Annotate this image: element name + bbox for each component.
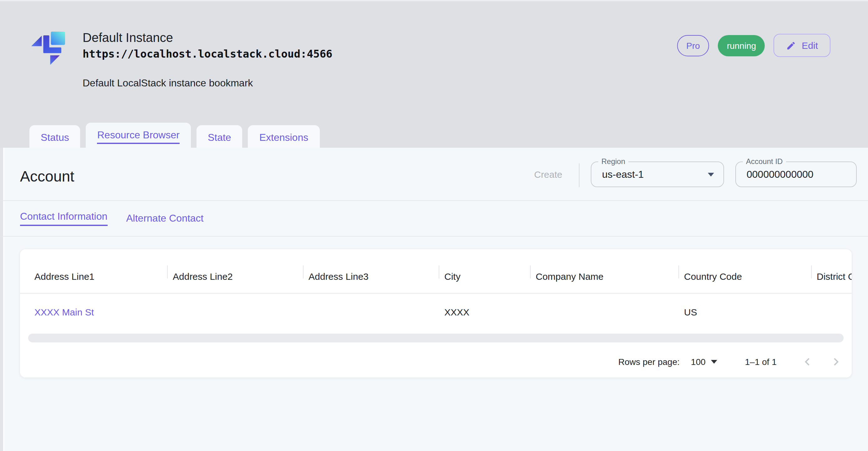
- data-table-card: Address Line1 Address Line2 Address Line…: [20, 248, 852, 378]
- next-page-button[interactable]: [826, 351, 847, 372]
- cell-city: XXXX: [439, 294, 530, 330]
- instance-title: Default Instance: [83, 30, 332, 45]
- pagination-bar: Rows per page: 100 1–1 of 1: [20, 345, 852, 378]
- rows-per-page-value: 100: [691, 357, 706, 366]
- region-select[interactable]: Region us-east-1: [591, 161, 724, 187]
- resource-toolbar: Account Create Region us-east-1 Account …: [0, 148, 868, 201]
- cell-address-line1-link[interactable]: XXXX Main St: [34, 306, 94, 317]
- pagination-range-label: 1–1 of 1: [745, 357, 777, 366]
- region-select-label: Region: [598, 157, 628, 167]
- tab-extensions[interactable]: Extensions: [248, 125, 320, 150]
- table-header-row: Address Line1 Address Line2 Address Line…: [20, 249, 852, 294]
- horizontal-scrollbar[interactable]: [28, 334, 844, 342]
- tab-resource-browser-label: Resource Browser: [97, 129, 180, 144]
- cell-company-name: [530, 294, 678, 330]
- edit-button[interactable]: Edit: [774, 34, 831, 57]
- tab-state-label: State: [208, 132, 231, 143]
- resource-subtabs: Contact Information Alternate Contact: [0, 201, 868, 237]
- cell-address-line2: [167, 294, 303, 330]
- instance-url: https://localhost.localstack.cloud:4566: [83, 46, 332, 61]
- rows-per-page-label: Rows per page:: [618, 357, 680, 366]
- create-button[interactable]: Create: [529, 169, 568, 180]
- main-tabs: Status Resource Browser State Extensions: [29, 123, 319, 150]
- toolbar-divider: [579, 163, 580, 187]
- column-header-address-line2[interactable]: Address Line2: [167, 249, 303, 293]
- region-select-value: us-east-1: [602, 169, 644, 180]
- pencil-icon: [786, 40, 796, 50]
- tab-state[interactable]: State: [196, 125, 243, 150]
- resource-browser-panel: Account Create Region us-east-1 Account …: [0, 148, 868, 451]
- tab-resource-browser[interactable]: Resource Browser: [86, 123, 191, 150]
- account-id-label: Account ID: [743, 157, 786, 167]
- previous-page-button[interactable]: [797, 351, 818, 372]
- page-title: Account: [20, 168, 74, 185]
- rows-per-page-select[interactable]: 100: [691, 357, 717, 366]
- pro-badge: Pro: [677, 35, 709, 56]
- column-header-company-name[interactable]: Company Name: [530, 249, 678, 293]
- header-actions: Pro running Edit: [677, 34, 831, 57]
- subtab-alternate-contact[interactable]: Alternate Contact: [126, 213, 204, 224]
- subtab-contact-information[interactable]: Contact Information: [20, 211, 107, 226]
- column-header-country-code[interactable]: Country Code: [678, 249, 811, 293]
- table-row[interactable]: XXXX Main St XXXX US: [20, 294, 852, 330]
- account-id-input[interactable]: [747, 169, 856, 180]
- tab-status[interactable]: Status: [29, 125, 81, 150]
- instance-description: Default LocalStack instance bookmark: [83, 78, 332, 89]
- column-header-district[interactable]: District Or: [811, 249, 852, 293]
- cell-district: [811, 294, 852, 330]
- chevron-right-icon: [829, 354, 844, 369]
- account-id-field-wrap: Account ID: [735, 161, 857, 187]
- localstack-logo-icon: [31, 31, 65, 65]
- tab-extensions-label: Extensions: [259, 132, 309, 143]
- instance-header: Default Instance https://localhost.local…: [31, 30, 332, 89]
- edit-button-label: Edit: [802, 40, 818, 51]
- column-header-address-line3[interactable]: Address Line3: [303, 249, 439, 293]
- caret-down-icon: [711, 360, 717, 363]
- app-window: Default Instance https://localhost.local…: [0, 0, 868, 451]
- status-badge: running: [718, 35, 765, 56]
- column-header-address-line1[interactable]: Address Line1: [20, 249, 167, 293]
- cell-address-line3: [303, 294, 439, 330]
- cell-country-code: US: [678, 294, 811, 330]
- caret-down-icon: [708, 173, 714, 177]
- tab-status-label: Status: [41, 132, 69, 143]
- chevron-left-icon: [800, 354, 815, 369]
- column-header-city[interactable]: City: [439, 249, 530, 293]
